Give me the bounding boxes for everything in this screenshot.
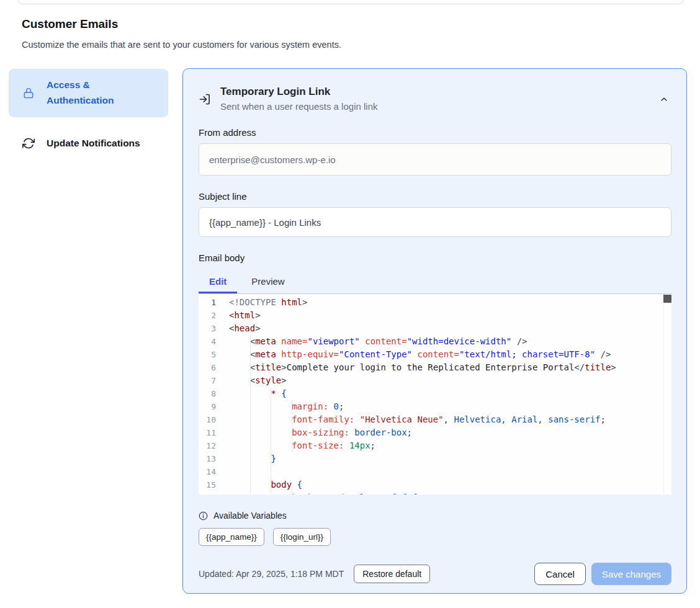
info-icon bbox=[199, 511, 208, 521]
line-number: 6 bbox=[199, 361, 216, 374]
collapse-panel-button[interactable] bbox=[657, 92, 671, 109]
code-text: margin: 0; bbox=[229, 400, 671, 413]
code-text: <meta http-equiv="Content-Type" content=… bbox=[229, 348, 671, 361]
line-number: 12 bbox=[199, 439, 216, 452]
line-number: 4 bbox=[199, 335, 216, 348]
panel-header-text: Temporary Login Link Sent when a user re… bbox=[220, 86, 657, 112]
code-text: <style> bbox=[229, 374, 671, 387]
available-variables-label: Available Variables bbox=[213, 511, 287, 521]
refresh-icon bbox=[22, 136, 36, 150]
lock-icon bbox=[22, 86, 36, 100]
panel-header: Temporary Login Link Sent when a user re… bbox=[199, 86, 671, 112]
subject-line-input[interactable] bbox=[199, 207, 671, 237]
code-line: 16 background-color: #f8f8f8; bbox=[199, 491, 671, 494]
cancel-button[interactable]: Cancel bbox=[534, 563, 586, 585]
code-line: 10 font-family: "Helvetica Neue", Helvet… bbox=[199, 413, 671, 426]
code-line: 11 box-sizing: border-box; bbox=[199, 426, 671, 439]
code-text bbox=[229, 465, 671, 478]
sidebar-item-update-notifications[interactable]: Update Notifications bbox=[9, 127, 168, 160]
code-text: <title>Complete your login to the Replic… bbox=[229, 361, 671, 374]
code-line: 2<html> bbox=[199, 309, 671, 322]
line-number: 5 bbox=[199, 348, 216, 361]
code-line: 7 <style> bbox=[199, 374, 671, 387]
from-address-input[interactable] bbox=[199, 143, 671, 176]
line-number: 14 bbox=[199, 465, 216, 478]
restore-default-button[interactable]: Restore default bbox=[354, 565, 430, 583]
line-number: 10 bbox=[199, 413, 216, 426]
page-header: Customer Emails Customize the emails tha… bbox=[22, 17, 341, 50]
line-number: 7 bbox=[199, 374, 216, 387]
temporary-login-link-panel: Temporary Login Link Sent when a user re… bbox=[182, 68, 687, 594]
line-number: 1 bbox=[199, 296, 216, 309]
variable-chip[interactable]: {{login_url}} bbox=[273, 528, 331, 546]
code-line: 3<head> bbox=[199, 322, 671, 335]
code-line: 12 font-size: 14px; bbox=[199, 439, 671, 452]
save-changes-button[interactable]: Save changes bbox=[591, 563, 671, 585]
code-lines: 1<!DOCTYPE html>2<html>3<head>4 <meta na… bbox=[199, 296, 671, 494]
subject-line-label: Subject line bbox=[199, 191, 671, 202]
from-address-label: From address bbox=[199, 127, 671, 138]
code-text: box-sizing: border-box; bbox=[229, 426, 671, 439]
code-text: font-family: "Helvetica Neue", Helvetica… bbox=[229, 413, 671, 426]
line-number: 11 bbox=[199, 426, 216, 439]
email-body-label: Email body bbox=[199, 253, 671, 263]
line-number: 16 bbox=[199, 491, 216, 494]
sidebar-item-label: Access & Authentication bbox=[47, 78, 140, 109]
code-line: 8 * { bbox=[199, 387, 671, 400]
code-line: 14 bbox=[199, 465, 671, 478]
page-subtitle: Customize the emails that are sent to yo… bbox=[22, 40, 341, 50]
tab-edit[interactable]: Edit bbox=[199, 269, 237, 293]
code-text: font-size: 14px; bbox=[229, 439, 671, 452]
code-text: * { bbox=[229, 387, 671, 400]
email-types-sidebar: Access & AuthenticationUpdate Notificati… bbox=[9, 69, 168, 169]
editor-scrollbar-track[interactable] bbox=[663, 294, 671, 494]
code-line: 15 body { bbox=[199, 478, 671, 491]
line-number: 15 bbox=[199, 478, 216, 491]
code-line: 6 <title>Complete your login to the Repl… bbox=[199, 361, 671, 374]
code-line: 4 <meta name="viewport" content="width=d… bbox=[199, 335, 671, 348]
updated-timestamp: Updated: Apr 29, 2025, 1:18 PM MDT bbox=[199, 569, 344, 579]
editor-scrollbar-thumb[interactable] bbox=[663, 295, 671, 303]
line-number: 3 bbox=[199, 322, 216, 335]
login-icon bbox=[199, 93, 211, 108]
page-title: Customer Emails bbox=[22, 17, 341, 31]
previous-card-bottom-edge bbox=[17, 0, 684, 4]
variable-chip[interactable]: {{app_name}} bbox=[199, 528, 264, 546]
variable-chips: {{app_name}}{{login_url}} bbox=[199, 528, 671, 546]
code-text: } bbox=[229, 452, 671, 465]
tab-preview[interactable]: Preview bbox=[241, 269, 295, 293]
code-text: body { bbox=[229, 478, 671, 491]
code-text: <!DOCTYPE html> bbox=[229, 296, 671, 309]
available-variables-row: Available Variables bbox=[199, 511, 671, 521]
line-number: 8 bbox=[199, 387, 216, 400]
panel-title: Temporary Login Link bbox=[220, 86, 657, 98]
panel-footer: Updated: Apr 29, 2025, 1:18 PM MDT Resto… bbox=[199, 563, 671, 585]
line-number: 9 bbox=[199, 400, 216, 413]
code-text: <html> bbox=[229, 309, 671, 322]
line-number: 13 bbox=[199, 452, 216, 465]
email-body-tabs: EditPreview bbox=[199, 269, 671, 293]
email-body-code-editor[interactable]: 1<!DOCTYPE html>2<html>3<head>4 <meta na… bbox=[199, 293, 671, 494]
code-text: <head> bbox=[229, 322, 671, 335]
code-line: 5 <meta http-equiv="Content-Type" conten… bbox=[199, 348, 671, 361]
sidebar-item-access-authentication[interactable]: Access & Authentication bbox=[9, 69, 168, 117]
code-line: 13 } bbox=[199, 452, 671, 465]
code-text: background-color: #f8f8f8; bbox=[229, 491, 671, 494]
sidebar-item-label: Update Notifications bbox=[47, 136, 146, 151]
code-text: <meta name="viewport" content="width=dev… bbox=[229, 335, 671, 348]
panel-subtitle: Sent when a user requests a login link bbox=[220, 101, 657, 112]
code-line: 1<!DOCTYPE html> bbox=[199, 296, 671, 309]
code-line: 9 margin: 0; bbox=[199, 400, 671, 413]
line-number: 2 bbox=[199, 309, 216, 322]
